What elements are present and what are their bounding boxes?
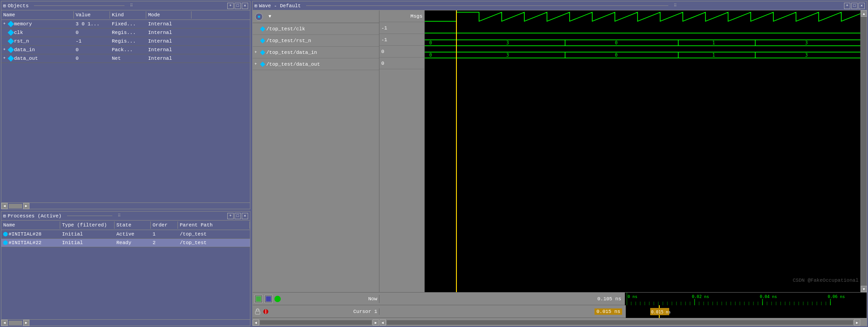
expand-memory[interactable]: + xyxy=(3,22,8,26)
val-data_in: 0 xyxy=(74,46,110,53)
signal-icon-clk xyxy=(8,29,14,36)
objects-scrollbar-h[interactable]: ◀ ▶ xyxy=(1,202,250,209)
row-name-rst_n: rst_n xyxy=(1,38,74,45)
wave-diagram[interactable]: 0 3 0 1 3 0 xyxy=(425,10,860,292)
signals-panel: ▼ /top_test/clk /top_test/rst_n + xyxy=(253,10,379,292)
table-row[interactable]: + data_out 0 Net Internal xyxy=(1,54,250,63)
signal-row-clk[interactable]: /top_test/clk xyxy=(253,23,379,35)
processes-titlebar: ⊞ Processes (Active) ⠿ + □ ✕ xyxy=(1,212,250,221)
signal-icon-data_out xyxy=(8,55,14,62)
processes-resize-handle: ⠿ xyxy=(118,213,121,218)
left-panel: ⊞ Objects ⠿ + □ ✕ Name Value Kind Mode + xyxy=(0,0,251,327)
wave-main: ▼ /top_test/clk /top_test/rst_n + xyxy=(253,10,867,292)
signal-scroll-right[interactable]: ▶ xyxy=(373,319,379,326)
val-data_out: 0 xyxy=(74,55,110,62)
svg-text:1: 1 xyxy=(712,40,715,45)
wave-resize-handle: ⠿ xyxy=(674,3,677,8)
mode-memory: Internal xyxy=(146,20,192,28)
val-rst_n: -1 xyxy=(74,38,110,45)
table-row[interactable]: + data_in 0 Pack... Internal xyxy=(1,46,250,54)
col-name: Name xyxy=(1,11,74,19)
col-mode: Mode xyxy=(146,11,192,19)
table-row[interactable]: clk 0 Regis... Internal xyxy=(1,29,250,37)
kind-data_out: Net xyxy=(110,55,146,62)
wave-now-icon1[interactable] xyxy=(254,295,263,303)
processes-btn-1[interactable]: + xyxy=(227,213,234,219)
mode-data_in: Internal xyxy=(146,46,192,53)
wave-now-icon2[interactable] xyxy=(264,295,273,303)
proc-scroll-right-btn[interactable]: ▶ xyxy=(23,320,29,326)
watermark: CSDN @FakeOccupational xyxy=(793,278,858,283)
proc-col-order: Order xyxy=(151,221,178,229)
scrollbar-thumb[interactable] xyxy=(9,204,22,208)
wave-svg: 0 3 0 1 3 0 xyxy=(425,10,860,292)
proc-col-type: Type (filtered) xyxy=(60,221,115,229)
signal-icon-memory xyxy=(8,21,14,27)
processes-titlebar-buttons: + □ ✕ xyxy=(227,213,248,219)
expand-data_in[interactable]: + xyxy=(3,48,8,52)
objects-close-btn[interactable]: ✕ xyxy=(242,3,248,9)
processes-icon: ⊞ xyxy=(3,213,6,219)
wave-title-left: ⊞ Wave - Default ⠿ xyxy=(254,3,677,9)
table-row[interactable]: + memory 3 0 1... Fixed... Internal xyxy=(1,20,250,29)
expand-data_out[interactable]: + xyxy=(3,56,8,61)
val-memory: 3 0 1... xyxy=(74,20,110,28)
objects-window: ⊞ Objects ⠿ + □ ✕ Name Value Kind Mode + xyxy=(1,1,250,209)
svg-text:1: 1 xyxy=(712,53,715,58)
wave-scroll-right[interactable]: ▶ xyxy=(854,319,860,326)
wave-btn-1[interactable]: + xyxy=(844,3,850,9)
wave-corner xyxy=(860,319,867,326)
wave-scrollbar-v[interactable]: ▲ ▼ xyxy=(860,10,867,292)
svg-rect-51 xyxy=(266,296,271,302)
svg-rect-110 xyxy=(255,311,260,314)
processes-btn-2[interactable]: □ xyxy=(235,213,241,219)
proc-scroll-left-btn[interactable]: ◀ xyxy=(1,320,8,326)
proc-row[interactable]: #INITIAL#22 Initial Ready 2 /top_test xyxy=(1,239,250,247)
wave-scroll-left[interactable]: ◀ xyxy=(379,319,386,326)
objects-btn-2[interactable]: □ xyxy=(235,3,241,9)
processes-title-left: ⊞ Processes (Active) ⠿ xyxy=(3,213,121,219)
processes-scrollbar-h[interactable]: ◀ ▶ xyxy=(1,319,250,326)
kind-data_in: Pack... xyxy=(110,46,146,53)
toolbar-icon-dropdown[interactable]: ▼ xyxy=(265,12,274,21)
proc-scrollbar-thumb[interactable] xyxy=(9,321,22,325)
signal-row-data_out[interactable]: + /top_test/data_out xyxy=(253,58,379,70)
proc-path-2: /top_test xyxy=(178,239,250,246)
objects-btn-1[interactable]: + xyxy=(227,3,234,9)
scroll-down-btn[interactable]: ▼ xyxy=(861,286,867,292)
signal-scroll-left[interactable]: ◀ xyxy=(253,319,259,326)
objects-title-line xyxy=(34,5,125,6)
table-row[interactable]: rst_n -1 Regis... Internal xyxy=(1,37,250,46)
processes-close-btn[interactable]: ✕ xyxy=(242,213,248,219)
signal-icon-clk-wave xyxy=(260,26,265,31)
wave-close-btn[interactable]: ✕ xyxy=(858,3,865,9)
row-name-data_out: + data_out xyxy=(1,55,74,62)
wave-btn-2[interactable]: □ xyxy=(851,3,858,9)
pin-icon xyxy=(263,308,269,315)
wave-titlebar: ⊞ Wave - Default ⠿ + □ ✕ xyxy=(253,1,867,10)
scroll-right-btn[interactable]: ▶ xyxy=(23,203,29,209)
signal-row-data_in[interactable]: + /top_test/data_in xyxy=(253,47,379,58)
objects-table: Name Value Kind Mode + memory 3 0 1... F… xyxy=(1,10,250,202)
mode-data_out: Internal xyxy=(146,55,192,62)
signal-icon-rst_n xyxy=(8,38,14,44)
toolbar-icon-1[interactable] xyxy=(254,12,264,21)
wave-cursor-row: Cursor 1 0.015 ns 0.015 ns xyxy=(253,305,867,318)
row-name-clk: clk xyxy=(1,29,74,36)
wave-scroll-h-main[interactable]: ◀ ▶ xyxy=(379,319,860,326)
now-label: Now xyxy=(283,296,377,302)
mode-rst_n: Internal xyxy=(146,38,192,45)
wave-cursor-left: Cursor 1 xyxy=(253,308,379,315)
proc-row[interactable]: #INITIAL#28 Initial Active 1 /top_test xyxy=(1,230,250,239)
wave-toolbar: ▼ xyxy=(253,10,379,23)
wave-bottom: Now 0.105 ns 0 ns xyxy=(253,292,867,319)
proc-order-1: 1 xyxy=(151,231,178,238)
wave-title-line xyxy=(306,5,668,6)
scroll-left-btn[interactable]: ◀ xyxy=(1,203,8,209)
signal-row-rst_n[interactable]: /top_test/rst_n xyxy=(253,35,379,47)
scroll-up-btn[interactable]: ▲ xyxy=(861,10,867,17)
proc-col-name: Name xyxy=(1,221,60,229)
wave-icon: ⊞ xyxy=(254,3,257,9)
val-clk: 0 xyxy=(74,29,110,36)
svg-rect-50 xyxy=(256,296,261,302)
